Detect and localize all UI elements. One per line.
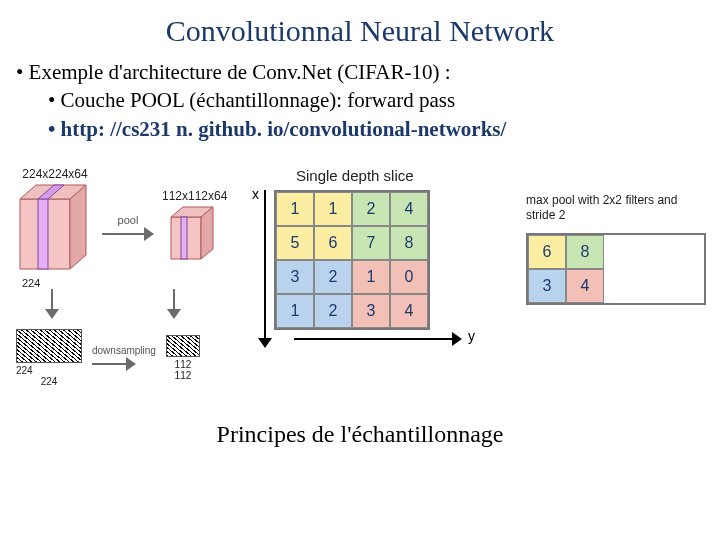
cell-0-3: 4 [390, 192, 428, 226]
bullet-1: • Exemple d'architecture de Conv.Net (CI… [10, 58, 720, 86]
svg-marker-2 [70, 185, 86, 269]
y-label: y [468, 328, 475, 344]
arrow-down-left-icon [44, 289, 60, 319]
output-slice-thumb [166, 335, 200, 357]
input-slice-thumb [16, 329, 82, 363]
input-cuboid [16, 181, 94, 275]
bullet-1-text: Exemple d'architecture de Conv.Net (CIFA… [29, 60, 451, 84]
in-w2: 224 [16, 376, 82, 387]
arrow-down-right-icon [166, 289, 182, 319]
cell-3-3: 4 [390, 294, 428, 328]
cell-0-1: 1 [314, 192, 352, 226]
maxpool-note: max pool with 2x2 filters and stride 2 [526, 193, 706, 223]
cell-1-3: 8 [390, 226, 428, 260]
downsample-label: downsampling [92, 345, 156, 356]
input-dims-label: 224x224x64 [16, 167, 94, 181]
bullet-3-text: http: //cs231 n. github. io/convolutiona… [61, 117, 507, 141]
cell-2-3: 0 [390, 260, 428, 294]
cell-1-0: 5 [276, 226, 314, 260]
out-w2: 112 [166, 370, 200, 381]
output-grid: 6 8 3 4 [526, 233, 706, 305]
cell-3-2: 3 [352, 294, 390, 328]
in-h2: 224 [16, 365, 33, 376]
out-0-0: 6 [528, 235, 566, 269]
slide-title: Convolutionnal Neural Network [0, 14, 720, 48]
cell-1-2: 7 [352, 226, 390, 260]
cell-0-0: 1 [276, 192, 314, 226]
y-axis: y [294, 330, 430, 348]
svg-rect-8 [181, 217, 187, 259]
arrow-right-icon [102, 226, 154, 242]
cell-1-1: 6 [314, 226, 352, 260]
bullet-2: • Couche POOL (échantillonnage): forward… [10, 86, 720, 114]
pool-arrow-label: pool [102, 214, 154, 226]
pooling-diagram: 224x224x64 224 pool 112x112x64 [16, 167, 246, 387]
bullet-2-text: Couche POOL (échantillonnage): forward p… [61, 88, 456, 112]
output-dims-label: 112x112x64 [162, 189, 227, 203]
cell-2-0: 3 [276, 260, 314, 294]
out-1-1: 4 [566, 269, 604, 303]
in-h-label: 224 [22, 277, 40, 289]
svg-rect-3 [38, 199, 48, 269]
bullet-3-link[interactable]: • http: //cs231 n. github. io/convolutio… [10, 115, 720, 143]
out-0-1: 8 [566, 235, 604, 269]
slice-header: Single depth slice [256, 167, 516, 184]
output-cuboid [167, 203, 223, 265]
cell-3-0: 1 [276, 294, 314, 328]
out-1-0: 3 [528, 269, 566, 303]
input-grid: 1 1 2 4 5 6 7 8 3 2 1 0 1 2 3 4 [274, 190, 430, 330]
bullet-list: • Exemple d'architecture de Conv.Net (CI… [0, 58, 720, 143]
x-label: x [252, 186, 259, 202]
out-h2: 112 [166, 357, 200, 370]
x-axis: x [256, 190, 274, 348]
figure-row: 224x224x64 224 pool 112x112x64 [0, 167, 720, 387]
input-matrix-panel: Single depth slice x 1 1 2 4 5 6 7 8 3 2 [256, 167, 516, 348]
cell-3-1: 2 [314, 294, 352, 328]
output-matrix-panel: max pool with 2x2 filters and stride 2 6… [526, 167, 706, 305]
cell-0-2: 2 [352, 192, 390, 226]
figure-caption: Principes de l'échantillonnage [0, 421, 720, 448]
cell-2-2: 1 [352, 260, 390, 294]
arrow-right-2-icon [92, 356, 136, 372]
cell-2-1: 2 [314, 260, 352, 294]
